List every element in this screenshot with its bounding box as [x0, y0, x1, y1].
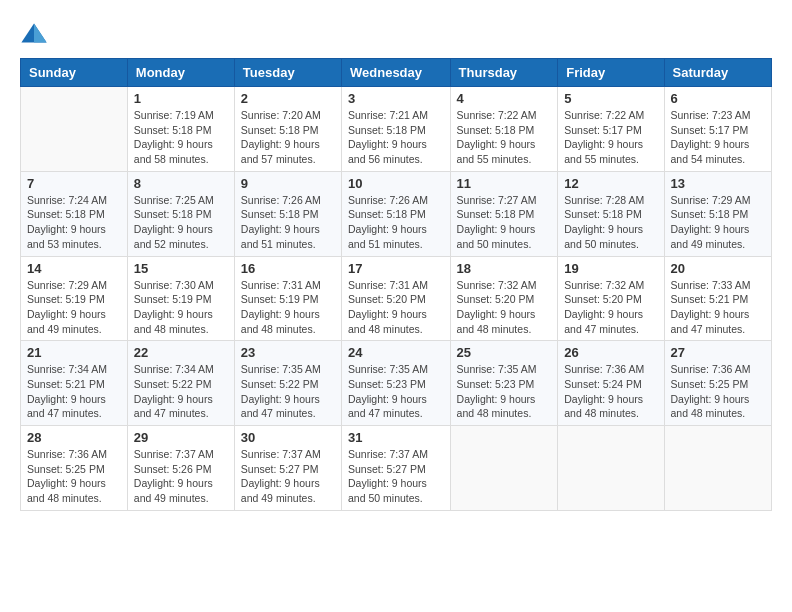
day-info: Sunrise: 7:34 AMSunset: 5:22 PMDaylight:… [134, 362, 228, 421]
calendar-empty-cell [558, 426, 664, 511]
calendar-day-cell: 2Sunrise: 7:20 AMSunset: 5:18 PMDaylight… [234, 87, 341, 172]
day-number: 21 [27, 345, 121, 360]
day-info: Sunrise: 7:22 AMSunset: 5:17 PMDaylight:… [564, 108, 657, 167]
day-info: Sunrise: 7:28 AMSunset: 5:18 PMDaylight:… [564, 193, 657, 252]
calendar-day-cell: 13Sunrise: 7:29 AMSunset: 5:18 PMDayligh… [664, 171, 771, 256]
day-number: 29 [134, 430, 228, 445]
calendar: SundayMondayTuesdayWednesdayThursdayFrid… [20, 58, 772, 511]
calendar-empty-cell [450, 426, 558, 511]
day-info: Sunrise: 7:37 AMSunset: 5:27 PMDaylight:… [241, 447, 335, 506]
calendar-day-cell: 18Sunrise: 7:32 AMSunset: 5:20 PMDayligh… [450, 256, 558, 341]
calendar-day-cell: 19Sunrise: 7:32 AMSunset: 5:20 PMDayligh… [558, 256, 664, 341]
day-info: Sunrise: 7:22 AMSunset: 5:18 PMDaylight:… [457, 108, 552, 167]
day-info: Sunrise: 7:23 AMSunset: 5:17 PMDaylight:… [671, 108, 765, 167]
day-info: Sunrise: 7:36 AMSunset: 5:25 PMDaylight:… [671, 362, 765, 421]
day-info: Sunrise: 7:31 AMSunset: 5:19 PMDaylight:… [241, 278, 335, 337]
calendar-day-cell: 20Sunrise: 7:33 AMSunset: 5:21 PMDayligh… [664, 256, 771, 341]
day-header-sunday: Sunday [21, 59, 128, 87]
day-info: Sunrise: 7:35 AMSunset: 5:23 PMDaylight:… [348, 362, 444, 421]
day-info: Sunrise: 7:35 AMSunset: 5:23 PMDaylight:… [457, 362, 552, 421]
calendar-day-cell: 25Sunrise: 7:35 AMSunset: 5:23 PMDayligh… [450, 341, 558, 426]
day-number: 24 [348, 345, 444, 360]
day-number: 11 [457, 176, 552, 191]
day-info: Sunrise: 7:24 AMSunset: 5:18 PMDaylight:… [27, 193, 121, 252]
calendar-week-row: 1Sunrise: 7:19 AMSunset: 5:18 PMDaylight… [21, 87, 772, 172]
day-info: Sunrise: 7:35 AMSunset: 5:22 PMDaylight:… [241, 362, 335, 421]
day-info: Sunrise: 7:25 AMSunset: 5:18 PMDaylight:… [134, 193, 228, 252]
day-number: 31 [348, 430, 444, 445]
day-number: 1 [134, 91, 228, 106]
day-info: Sunrise: 7:32 AMSunset: 5:20 PMDaylight:… [457, 278, 552, 337]
calendar-day-cell: 15Sunrise: 7:30 AMSunset: 5:19 PMDayligh… [127, 256, 234, 341]
day-number: 17 [348, 261, 444, 276]
day-info: Sunrise: 7:21 AMSunset: 5:18 PMDaylight:… [348, 108, 444, 167]
day-info: Sunrise: 7:37 AMSunset: 5:27 PMDaylight:… [348, 447, 444, 506]
day-number: 12 [564, 176, 657, 191]
day-info: Sunrise: 7:31 AMSunset: 5:20 PMDaylight:… [348, 278, 444, 337]
day-header-friday: Friday [558, 59, 664, 87]
day-number: 3 [348, 91, 444, 106]
calendar-day-cell: 29Sunrise: 7:37 AMSunset: 5:26 PMDayligh… [127, 426, 234, 511]
day-header-saturday: Saturday [664, 59, 771, 87]
day-info: Sunrise: 7:33 AMSunset: 5:21 PMDaylight:… [671, 278, 765, 337]
day-number: 4 [457, 91, 552, 106]
day-number: 5 [564, 91, 657, 106]
day-number: 18 [457, 261, 552, 276]
page-header [20, 20, 772, 48]
day-info: Sunrise: 7:27 AMSunset: 5:18 PMDaylight:… [457, 193, 552, 252]
day-info: Sunrise: 7:32 AMSunset: 5:20 PMDaylight:… [564, 278, 657, 337]
calendar-day-cell: 3Sunrise: 7:21 AMSunset: 5:18 PMDaylight… [342, 87, 451, 172]
day-info: Sunrise: 7:19 AMSunset: 5:18 PMDaylight:… [134, 108, 228, 167]
day-header-monday: Monday [127, 59, 234, 87]
calendar-day-cell: 11Sunrise: 7:27 AMSunset: 5:18 PMDayligh… [450, 171, 558, 256]
day-number: 9 [241, 176, 335, 191]
day-number: 10 [348, 176, 444, 191]
calendar-day-cell: 1Sunrise: 7:19 AMSunset: 5:18 PMDaylight… [127, 87, 234, 172]
day-number: 23 [241, 345, 335, 360]
day-number: 26 [564, 345, 657, 360]
day-number: 14 [27, 261, 121, 276]
calendar-day-cell: 6Sunrise: 7:23 AMSunset: 5:17 PMDaylight… [664, 87, 771, 172]
day-info: Sunrise: 7:36 AMSunset: 5:24 PMDaylight:… [564, 362, 657, 421]
day-number: 16 [241, 261, 335, 276]
day-number: 30 [241, 430, 335, 445]
calendar-day-cell: 27Sunrise: 7:36 AMSunset: 5:25 PMDayligh… [664, 341, 771, 426]
svg-marker-1 [34, 24, 47, 43]
calendar-day-cell: 12Sunrise: 7:28 AMSunset: 5:18 PMDayligh… [558, 171, 664, 256]
day-number: 2 [241, 91, 335, 106]
day-info: Sunrise: 7:30 AMSunset: 5:19 PMDaylight:… [134, 278, 228, 337]
day-info: Sunrise: 7:29 AMSunset: 5:18 PMDaylight:… [671, 193, 765, 252]
calendar-day-cell: 16Sunrise: 7:31 AMSunset: 5:19 PMDayligh… [234, 256, 341, 341]
day-info: Sunrise: 7:29 AMSunset: 5:19 PMDaylight:… [27, 278, 121, 337]
calendar-day-cell: 24Sunrise: 7:35 AMSunset: 5:23 PMDayligh… [342, 341, 451, 426]
calendar-week-row: 28Sunrise: 7:36 AMSunset: 5:25 PMDayligh… [21, 426, 772, 511]
day-number: 20 [671, 261, 765, 276]
calendar-day-cell: 30Sunrise: 7:37 AMSunset: 5:27 PMDayligh… [234, 426, 341, 511]
day-info: Sunrise: 7:20 AMSunset: 5:18 PMDaylight:… [241, 108, 335, 167]
day-number: 13 [671, 176, 765, 191]
calendar-day-cell: 10Sunrise: 7:26 AMSunset: 5:18 PMDayligh… [342, 171, 451, 256]
calendar-empty-cell [664, 426, 771, 511]
day-number: 8 [134, 176, 228, 191]
calendar-day-cell: 17Sunrise: 7:31 AMSunset: 5:20 PMDayligh… [342, 256, 451, 341]
calendar-day-cell: 8Sunrise: 7:25 AMSunset: 5:18 PMDaylight… [127, 171, 234, 256]
day-number: 27 [671, 345, 765, 360]
day-number: 7 [27, 176, 121, 191]
day-header-wednesday: Wednesday [342, 59, 451, 87]
calendar-week-row: 7Sunrise: 7:24 AMSunset: 5:18 PMDaylight… [21, 171, 772, 256]
calendar-day-cell: 21Sunrise: 7:34 AMSunset: 5:21 PMDayligh… [21, 341, 128, 426]
calendar-day-cell: 7Sunrise: 7:24 AMSunset: 5:18 PMDaylight… [21, 171, 128, 256]
calendar-week-row: 14Sunrise: 7:29 AMSunset: 5:19 PMDayligh… [21, 256, 772, 341]
day-info: Sunrise: 7:26 AMSunset: 5:18 PMDaylight:… [241, 193, 335, 252]
calendar-day-cell: 22Sunrise: 7:34 AMSunset: 5:22 PMDayligh… [127, 341, 234, 426]
calendar-day-cell: 26Sunrise: 7:36 AMSunset: 5:24 PMDayligh… [558, 341, 664, 426]
calendar-day-cell: 5Sunrise: 7:22 AMSunset: 5:17 PMDaylight… [558, 87, 664, 172]
calendar-header-row: SundayMondayTuesdayWednesdayThursdayFrid… [21, 59, 772, 87]
calendar-day-cell: 31Sunrise: 7:37 AMSunset: 5:27 PMDayligh… [342, 426, 451, 511]
day-info: Sunrise: 7:36 AMSunset: 5:25 PMDaylight:… [27, 447, 121, 506]
calendar-day-cell: 4Sunrise: 7:22 AMSunset: 5:18 PMDaylight… [450, 87, 558, 172]
logo-icon [20, 20, 48, 48]
day-number: 25 [457, 345, 552, 360]
calendar-day-cell: 9Sunrise: 7:26 AMSunset: 5:18 PMDaylight… [234, 171, 341, 256]
day-info: Sunrise: 7:34 AMSunset: 5:21 PMDaylight:… [27, 362, 121, 421]
